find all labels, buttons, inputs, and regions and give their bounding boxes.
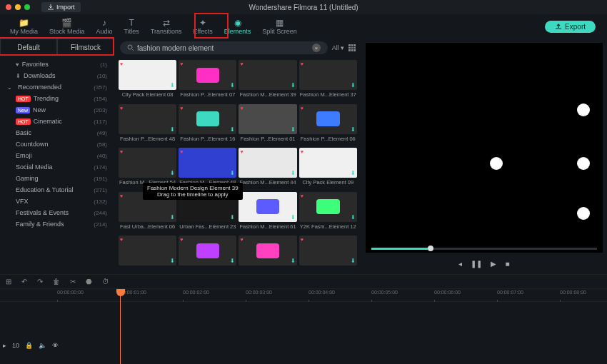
download-icon[interactable]: ⬇ <box>351 214 356 221</box>
element-thumb[interactable]: ♥⬇Fashion P...Element 48 <box>119 104 176 146</box>
category-item[interactable]: Social Media(174) <box>0 161 114 173</box>
category-item[interactable]: ♥Favorites(1) <box>0 59 114 70</box>
download-icon[interactable]: ⬇ <box>291 170 296 176</box>
category-item[interactable]: HOTCinematic(117) <box>0 116 114 127</box>
export-button[interactable]: Export <box>545 21 596 33</box>
favorite-icon[interactable]: ♥ <box>240 149 243 154</box>
track-visibility-icon[interactable]: 👁 <box>52 342 59 349</box>
favorite-icon[interactable]: ♥ <box>120 106 123 111</box>
favorite-icon[interactable]: ♥ <box>301 106 304 111</box>
category-item[interactable]: Festivals & Events(244) <box>0 207 114 218</box>
favorite-icon[interactable]: ♥ <box>240 106 243 111</box>
download-icon[interactable]: ⬇ <box>351 170 356 176</box>
category-item[interactable]: Education & Tutorial(271) <box>0 184 114 196</box>
element-thumb[interactable]: ♥⬇Y2K Fashi...Element 12 <box>299 192 357 234</box>
element-thumb[interactable]: ♥⬇Fashion M...Element 39 <box>239 60 296 102</box>
element-thumb[interactable]: ♥⬇ <box>239 236 296 271</box>
download-icon[interactable]: ⬇ <box>230 214 235 221</box>
download-icon[interactable]: ⬇ <box>170 214 175 221</box>
window-controls[interactable] <box>0 4 36 10</box>
element-thumb[interactable]: ♥⬇ <box>299 236 357 271</box>
track-mute-icon[interactable]: 🔈 <box>39 342 46 349</box>
nav-split-screen[interactable]: ▦Split Screen <box>256 16 303 36</box>
nav-stock-media[interactable]: 🎬Stock Media <box>44 16 91 36</box>
category-item[interactable]: Basic(49) <box>0 127 114 138</box>
download-icon[interactable]: ⬇ <box>170 258 175 264</box>
element-thumb[interactable]: ♥⬇City Pack Element 08 <box>119 60 176 102</box>
nav-effects[interactable]: ✦Effects <box>187 16 218 36</box>
favorite-icon[interactable]: ♥ <box>180 149 183 154</box>
close-window-icon[interactable] <box>6 4 11 10</box>
favorite-icon[interactable]: ♥ <box>180 106 183 111</box>
tool-delete-icon[interactable]: 🗑 <box>53 278 60 285</box>
category-item[interactable]: ⬇Downloads(10) <box>0 70 114 81</box>
element-thumb[interactable]: ♥⬇City Pack Element 09 <box>299 148 357 190</box>
track-area[interactable]: ▸ 10 🔒 🔈 👁 <box>0 302 607 352</box>
download-icon[interactable]: ⬇ <box>230 258 235 264</box>
favorite-icon[interactable]: ♥ <box>240 61 243 66</box>
minimize-window-icon[interactable] <box>15 4 21 10</box>
favorite-icon[interactable]: ♥ <box>301 61 304 66</box>
pause-button[interactable]: ❚❚ <box>471 260 482 268</box>
download-icon[interactable]: ⬇ <box>291 258 296 264</box>
import-button[interactable]: Import <box>41 2 81 12</box>
download-icon[interactable]: ⬇ <box>351 126 356 133</box>
favorite-icon[interactable]: ♥ <box>120 149 123 154</box>
element-thumb[interactable]: ♥⬇Fashion P...Element 06 <box>299 104 357 146</box>
category-item[interactable]: Emoji(40) <box>0 150 114 161</box>
tab-filmstock[interactable]: Filmstock <box>57 39 114 55</box>
favorite-icon[interactable]: ♥ <box>240 237 243 242</box>
download-icon[interactable]: ⬇ <box>230 126 235 133</box>
clear-search-button[interactable]: × <box>312 44 321 52</box>
preview-player[interactable] <box>366 43 603 248</box>
nav-my-media[interactable]: 📁My Media <box>4 16 44 36</box>
download-icon[interactable]: ⬇ <box>170 170 175 176</box>
nav-transitions[interactable]: ⇄Transitions <box>145 16 188 36</box>
favorite-icon[interactable]: ♥ <box>180 237 183 242</box>
category-item[interactable]: HOTTrending(154) <box>0 93 114 104</box>
favorite-icon[interactable]: ♥ <box>120 61 123 66</box>
favorite-icon[interactable]: ♥ <box>301 237 304 242</box>
element-thumb[interactable]: ♥⬇Fashion P...Element 16 <box>179 104 236 146</box>
prev-frame-button[interactable]: ◂ <box>458 260 462 268</box>
favorite-icon[interactable]: ♥ <box>120 237 123 242</box>
filter-dropdown[interactable]: All ▾ <box>332 44 344 51</box>
tool-cut-icon[interactable]: ✂ <box>70 278 76 285</box>
favorite-icon[interactable]: ♥ <box>120 193 123 198</box>
category-item[interactable]: Countdown(58) <box>0 138 114 150</box>
category-item[interactable]: Family & Friends(214) <box>0 218 114 230</box>
download-icon[interactable]: ⬇ <box>351 258 356 264</box>
maximize-window-icon[interactable] <box>24 4 30 10</box>
tool-redo-icon[interactable]: ↷ <box>37 278 43 285</box>
download-icon[interactable]: ⬇ <box>291 214 296 221</box>
download-icon[interactable]: ⬇ <box>230 82 235 89</box>
nav-audio[interactable]: ♪Audio <box>91 16 119 36</box>
search-input[interactable] <box>137 44 309 52</box>
download-icon[interactable]: ⬇ <box>170 126 175 133</box>
tool-undo-icon[interactable]: ↶ <box>21 278 27 285</box>
play-button[interactable]: ▶ <box>491 260 496 268</box>
element-thumb[interactable]: ♥⬇ <box>119 236 176 271</box>
element-thumb[interactable]: ♥⬇Fashion M...Element 37 <box>299 60 357 102</box>
download-icon[interactable]: ⬇ <box>351 82 356 89</box>
stop-button[interactable]: ■ <box>505 260 509 268</box>
tab-default[interactable]: Default <box>0 39 57 55</box>
category-item[interactable]: VFX(132) <box>0 196 114 207</box>
search-box[interactable]: × <box>120 41 328 54</box>
preview-progress-knob[interactable] <box>428 246 433 251</box>
tool-speed-icon[interactable]: ⏱ <box>102 278 109 285</box>
timeline-ruler[interactable]: 00:00:00:0000:00:01:0000:00:02:0000:00:0… <box>0 289 607 302</box>
tool-marker-icon[interactable]: ⬣ <box>86 278 92 285</box>
element-thumb[interactable]: ♥⬇Fashion P...Element 01 <box>239 104 296 146</box>
download-icon[interactable]: ⬇ <box>230 170 235 176</box>
download-icon[interactable]: ⬇ <box>291 82 296 89</box>
category-item[interactable]: NewNew(203) <box>0 104 114 116</box>
favorite-icon[interactable]: ♥ <box>301 149 304 154</box>
nav-elements[interactable]: ◉Elements <box>219 16 257 36</box>
preview-progress[interactable] <box>371 248 597 250</box>
download-icon[interactable]: ⬇ <box>170 82 175 89</box>
tool-layout-icon[interactable]: ⊞ <box>6 278 11 285</box>
nav-titles[interactable]: TTitles <box>119 16 145 36</box>
track-add-button[interactable]: ▸ <box>3 342 6 349</box>
element-thumb[interactable]: ♥⬇Fashion P...Element 07 <box>179 60 236 102</box>
